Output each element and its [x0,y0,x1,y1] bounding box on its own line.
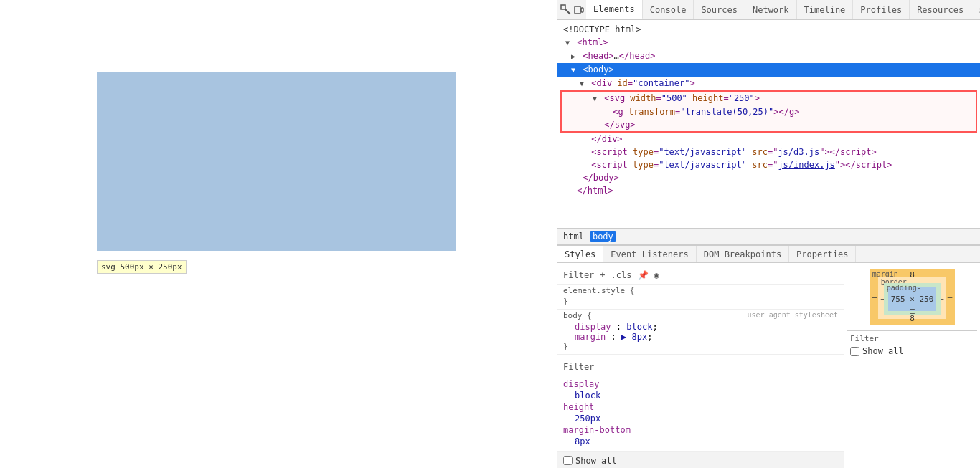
bm-padding-left[interactable]: – [887,295,892,304]
svg-tooltip: svg 500px × 250px [97,260,187,274]
devtools-tabs: Elements Console Sources Network Timelin… [586,0,980,19]
svg-triangle[interactable] [590,92,599,105]
body-rule-selector[interactable]: body { [563,311,592,320]
breadcrumb-bar: html body [557,228,980,245]
tab-properties[interactable]: Properties [789,246,856,262]
dom-body[interactable]: <body> [557,63,980,77]
computed-display-val: block [563,391,838,401]
tab-resources[interactable]: Resources [910,0,971,19]
bm-border-box: border – – – padding- – – – 7 [878,277,947,319]
bm-show-all-checkbox[interactable] [850,347,859,356]
bm-margin-bottom[interactable]: 8 [910,314,915,323]
computed-mb-name: margin-bottom [563,425,631,435]
margin-colon: : [611,332,621,342]
bm-padding-right[interactable]: – [933,295,938,304]
tab-dom-breakpoints[interactable]: DOM Breakpoints [697,246,789,262]
breadcrumb-html[interactable]: html [563,231,584,242]
html-triangle[interactable] [563,37,572,49]
cls-icon[interactable]: .cls [610,269,633,282]
bm-show-all-label[interactable]: Show all [862,346,904,356]
display-colon: : [616,322,626,332]
bm-margin-box: margin 8 – – border – – – padding- [870,269,956,325]
element-style-close: } [563,297,838,306]
script-d3-link[interactable]: js/d3.js [778,147,819,157]
show-all-checkbox[interactable] [563,456,573,465]
tab-elements[interactable]: Elements [586,0,643,19]
computed-display: display [563,379,838,389]
computed-filter-label: Filter [563,362,594,372]
dom-svg-highlight: <svg width="500" height="250"> <g transf… [560,90,977,133]
margin-property: margin : ▶ 8px; [563,332,838,342]
svg-rect-2 [575,6,580,14]
bm-margin-right[interactable]: – [948,292,953,302]
dom-script-index[interactable]: <script type="text/javascript" src="js/i… [557,158,980,171]
computed-properties: display block height 250px margin-bottom [557,376,844,451]
dom-div-container[interactable]: <div id="container"> [557,77,980,90]
tab-console[interactable]: Console [643,0,694,19]
box-model-diagram: margin 8 – – border – – – padding- [870,269,956,325]
filter-icons: + .cls 📌 ◉ [598,269,660,282]
dom-doctype: <!DOCTYPE html> [557,23,980,36]
bm-padding-top[interactable]: – [910,285,915,294]
dom-svg-close[interactable]: </svg> [562,118,976,131]
bm-filter-area: Filter Show all [847,330,977,359]
tab-event-listeners[interactable]: Event Listeners [603,246,696,262]
tab-profiles[interactable]: Profiles [853,0,910,19]
head-triangle[interactable] [569,50,578,63]
elements-panel: <!DOCTYPE html> <html> <head>…</head> <b… [557,20,980,246]
dom-script-d3[interactable]: <script type="text/javascript" src="js/d… [557,145,980,158]
tab-styles[interactable]: Styles [557,246,603,262]
device-icon[interactable] [573,3,585,17]
body-triangle[interactable] [569,64,578,77]
element-style-header: element.style { [563,286,838,295]
svg-rect-0 [561,5,565,9]
show-all-label[interactable]: Show all [575,456,617,466]
div-triangle[interactable] [578,77,586,90]
dom-html[interactable]: <html> [557,36,980,49]
tab-more[interactable]: » [971,0,980,19]
inspect-icon[interactable] [560,3,572,17]
pin-icon[interactable]: 📌 [636,269,650,282]
computed-display-name: display [563,379,600,389]
body-style-close: } [563,342,838,351]
svg-line-1 [565,9,570,14]
bm-filter-label: Filter [850,334,974,343]
filter-label: Filter [563,270,594,280]
margin-prop-value[interactable]: ▶ 8px [621,332,647,342]
style-rule-body: body { user agent stylesheet display : b… [557,310,844,355]
computed-display-value: block [563,391,600,401]
box-model-panel: margin 8 – – border – – – padding- [844,263,980,468]
computed-margin-bottom-val: 8px [563,436,838,446]
devtools-toolbar: Elements Console Sources Network Timelin… [557,0,980,20]
display-prop-name[interactable]: display [575,322,611,332]
svg-preview [97,72,456,251]
svg-rect-3 [581,8,583,12]
computed-height-val: 250px [563,414,838,424]
dom-head[interactable]: <head>…</head> [557,49,980,63]
computed-mb-value: 8px [563,436,590,446]
dom-svg[interactable]: <svg width="500" height="250"> [562,92,976,105]
show-all-row: Show all [850,346,974,356]
computed-height-value: 250px [563,414,600,424]
dom-html-close[interactable]: </html> [557,184,980,197]
dom-div-close[interactable]: </div> [557,133,980,145]
tab-timeline[interactable]: Timeline [797,0,854,19]
styles-filter-bar: Filter + .cls 📌 ◉ [557,266,844,285]
breadcrumb-body[interactable]: body [590,231,616,242]
styles-panel: Filter + .cls 📌 ◉ element.style { } [557,263,844,468]
add-style-icon[interactable]: + [598,269,606,282]
dom-g[interactable]: <g transform="translate(50,25)"></g> [562,105,976,118]
style-rule-element: element.style { } [557,285,844,310]
bottom-panel: Styles Event Listeners DOM Breakpoints P… [557,246,980,468]
tab-sources[interactable]: Sources [694,0,745,19]
tab-network[interactable]: Network [745,0,797,19]
display-property: display : block; [563,322,838,332]
script-index-link[interactable]: js/index.js [778,160,834,170]
display-prop-value[interactable]: block [626,322,652,332]
margin-prop-name[interactable]: margin [575,332,606,342]
body-style-header: body { user agent stylesheet [563,311,838,320]
computed-height-name: height [563,402,594,412]
eye-icon[interactable]: ◉ [653,269,661,282]
bm-margin-left[interactable]: – [872,292,877,302]
dom-body-close[interactable]: </body> [557,171,980,184]
